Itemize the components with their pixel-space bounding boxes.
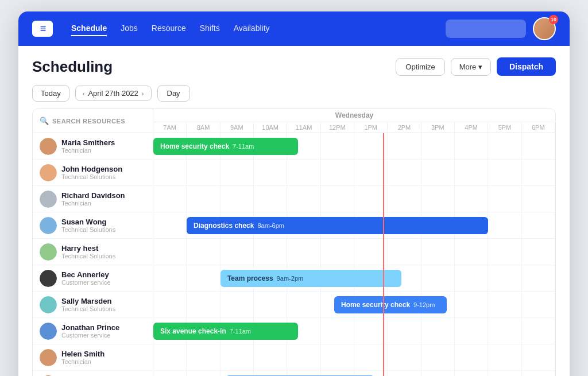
nav-jobs[interactable]: Jobs (121, 21, 138, 36)
resource-role: Customer service (61, 279, 111, 286)
timeline-cell (522, 133, 555, 159)
today-button[interactable]: Today (32, 85, 69, 102)
timeline-cell (254, 239, 287, 265)
timeline-cell (287, 292, 320, 317)
timeline-cell (522, 344, 555, 370)
resource-info: Bec AnnerleyCustomer service (33, 265, 153, 291)
timeline-cell (455, 292, 488, 317)
timeline-cell (187, 265, 220, 291)
timeline-cell (220, 160, 254, 185)
event-block[interactable]: Team process9am-2pm (220, 270, 401, 287)
resource-role: Technician (61, 200, 125, 207)
optimize-button[interactable]: Optimize (396, 58, 444, 76)
event-block[interactable]: Diagnostics check8am-6pm (187, 217, 488, 234)
timeline-cell (388, 160, 421, 185)
timeline-cell (522, 160, 555, 185)
timeline-cell (254, 344, 287, 370)
timeline-cell (220, 239, 254, 265)
event-time: 9am-2pm (277, 275, 303, 282)
timeline-row: Six avenue check-in7-11am (153, 318, 555, 344)
timeline-cell (153, 212, 187, 238)
avatar (40, 349, 57, 366)
timeline-cell (488, 239, 521, 265)
dispatch-button[interactable]: Dispatch (497, 57, 556, 76)
resource-name: Sally Marsden (61, 297, 115, 305)
timeline-row: Home security check7-11am (153, 133, 555, 159)
resource-row: Susan WongTechnical SolutionsDiagnostics… (33, 212, 555, 239)
top-nav: ≡ Schedule Jobs Resource Shifts Availabl… (18, 11, 570, 46)
resource-role: Technician (61, 147, 115, 154)
resource-info: Jonathan PrinceCustomer service (33, 318, 153, 344)
app-window: ≡ Schedule Jobs Resource Shifts Availabl… (18, 11, 570, 376)
event-time: 9-12pm (413, 301, 435, 308)
timeline-row (153, 344, 555, 370)
resource-name: Harry hest (61, 244, 115, 253)
day-button[interactable]: Day (157, 85, 190, 102)
timeline-cell (153, 371, 187, 376)
resource-role: Technician (61, 358, 105, 365)
resource-info: Sally MarsdenTechnical Solutions (33, 292, 153, 317)
timeline-cell (522, 371, 555, 376)
search-resources-label: SEARCH RESOURCES (52, 118, 125, 125)
nav-schedule[interactable]: Schedule (71, 21, 107, 36)
timeline-cell (220, 344, 254, 370)
time-label-1pm: 1PM (354, 122, 388, 133)
notification-badge: 10 (549, 15, 558, 24)
event-block[interactable]: Home security check7-11am (153, 138, 298, 155)
wednesday-label: Wednesday (153, 109, 555, 122)
timeline-cell (153, 344, 187, 370)
nav-search[interactable] (446, 20, 526, 38)
avatar (40, 138, 57, 155)
timeline-cell (488, 265, 521, 291)
prev-arrow[interactable]: ‹ (83, 90, 85, 97)
timeline-row: Team process9am-2pm (153, 265, 555, 291)
event-block[interactable]: Home security check9-12pm (334, 296, 447, 313)
page-header: Scheduling Optimize More ▾ Dispatch (32, 57, 556, 76)
header-actions: Optimize More ▾ Dispatch (396, 57, 556, 76)
resource-col-header: 🔍 SEARCH RESOURCES (33, 109, 153, 133)
resource-info: Barry JonesTechnical Solutions (33, 371, 153, 376)
avatar (40, 296, 57, 313)
now-line (383, 133, 384, 376)
nav-availability[interactable]: Availablity (234, 21, 270, 36)
resource-role: Technical Solutions (61, 253, 115, 259)
timeline-cell (388, 239, 421, 265)
event-label: Six avenue check-in (160, 327, 226, 335)
nav-shifts[interactable]: Shifts (200, 21, 220, 36)
next-arrow[interactable]: › (142, 90, 144, 97)
resource-row: Barry JonesTechnical SolutionsHome secur… (33, 371, 555, 376)
event-block[interactable]: Six avenue check-in7-11am (153, 323, 298, 340)
timeline-cell (254, 186, 287, 212)
time-label-3pm: 3PM (421, 122, 455, 133)
more-button[interactable]: More ▾ (451, 58, 491, 76)
date-label: April 27th 2022 (88, 89, 138, 98)
timeline-cell (488, 371, 521, 376)
timeline-cell (522, 186, 555, 212)
timeline-cell (287, 186, 320, 212)
logo[interactable]: ≡ (32, 21, 53, 37)
timeline-cell (321, 239, 354, 265)
timeline-cell (187, 344, 220, 370)
timeline-cell (455, 344, 488, 370)
event-label: Diagnostics check (194, 222, 254, 230)
timeline-cell (455, 186, 488, 212)
timeline-cell (321, 318, 354, 344)
timeline-cell (488, 133, 521, 159)
timeline-cell (522, 212, 555, 238)
time-label-5pm: 5PM (488, 122, 521, 133)
timeline-cell (421, 239, 455, 265)
page-title: Scheduling (32, 58, 113, 76)
avatar (40, 270, 57, 287)
timeline-cell (488, 344, 521, 370)
avatar (40, 323, 57, 340)
timeline-cell (421, 371, 455, 376)
timeline-cell (321, 186, 354, 212)
timeline-cell (287, 239, 320, 265)
timeline-cell (488, 318, 521, 344)
date-nav[interactable]: ‹ April 27th 2022 › (75, 86, 152, 101)
timeline-cell (220, 186, 254, 212)
nav-resource[interactable]: Resource (152, 21, 186, 36)
resource-row: Maria SmithersTechnicianHome security ch… (33, 133, 555, 160)
timeline-cell (187, 186, 220, 212)
time-label-12pm: 12PM (321, 122, 354, 133)
